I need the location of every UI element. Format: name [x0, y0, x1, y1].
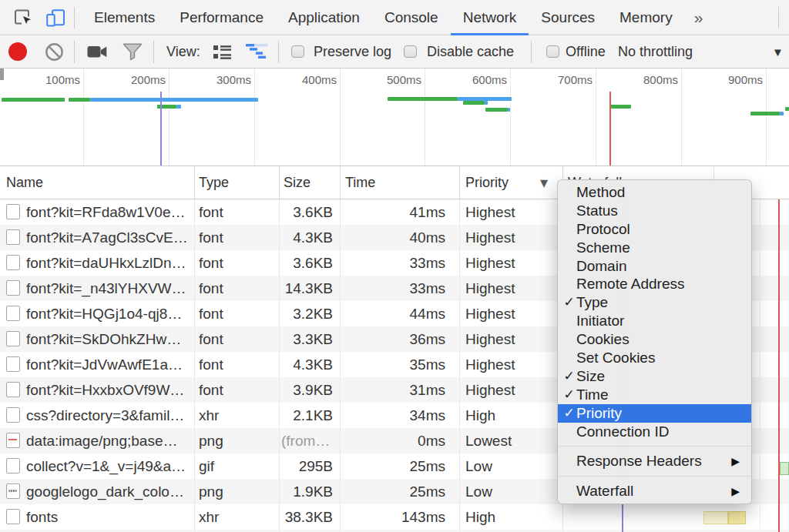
filter-icon[interactable]: [123, 43, 143, 61]
toolbar-divider: [153, 41, 154, 63]
inspect-element-icon[interactable]: [15, 9, 32, 27]
column-resizer[interactable]: [340, 166, 341, 199]
column-header-name[interactable]: Name: [6, 166, 43, 199]
screenshot-camera-icon[interactable]: [87, 44, 107, 60]
device-toolbar-icon[interactable]: [46, 9, 65, 27]
offline-label[interactable]: Offline: [566, 36, 606, 68]
request-size: 4.3KB: [279, 225, 333, 250]
overview-request-bar: [69, 98, 90, 102]
request-priority: Highest: [465, 225, 558, 250]
menu-item-size[interactable]: Size✓: [558, 367, 751, 386]
menu-item-waterfall[interactable]: Waterfall▶: [558, 482, 751, 500]
googlelogo-thumbnail-content: [8, 490, 17, 492]
more-tabs-button[interactable]: »: [685, 0, 713, 35]
submenu-arrow-icon: ▶: [731, 453, 740, 471]
request-name[interactable]: googlelogo_dark_colo…: [26, 479, 190, 504]
tab-application[interactable]: Application: [276, 0, 372, 35]
throttling-select[interactable]: No throttling: [618, 36, 693, 68]
request-name[interactable]: collect?v=1&_v=j49&a…: [26, 453, 190, 479]
overview-request-bar: [90, 98, 258, 102]
offline-checkbox[interactable]: [546, 45, 559, 58]
overview-request-bar: [785, 107, 789, 111]
request-priority: High: [465, 504, 558, 530]
tab-sources[interactable]: Sources: [529, 0, 607, 35]
menu-item-time[interactable]: Time✓: [558, 386, 751, 404]
thumbnail-content: [8, 439, 17, 440]
waterfall-bar: [703, 511, 728, 524]
request-size: 38.3KB: [279, 504, 333, 530]
request-name[interactable]: font?kit=HQGj1o4-qj8…: [26, 301, 190, 326]
tab-network[interactable]: Network: [451, 0, 529, 35]
request-size: 3.6KB: [279, 250, 333, 276]
request-name[interactable]: fonts: [26, 504, 190, 530]
file-icon: [6, 509, 20, 524]
request-name[interactable]: data:image/png;base…: [26, 428, 190, 453]
menu-item-status[interactable]: Status: [558, 202, 751, 220]
network-overview[interactable]: 100ms200ms300ms400ms500ms600ms700ms800ms…: [0, 69, 789, 166]
column-header-type[interactable]: Type: [199, 166, 229, 199]
request-name[interactable]: font?kit=_n43lYHXVW…: [26, 276, 190, 301]
column-resizer[interactable]: [459, 166, 460, 199]
menu-item-connection-id[interactable]: Connection ID: [558, 423, 751, 441]
tabbar-right-divider: [778, 7, 779, 28]
overview-gridline: [340, 69, 341, 166]
menu-item-type[interactable]: Type✓: [558, 293, 751, 312]
menu-item-initiator[interactable]: Initiator: [558, 312, 751, 330]
tab-console[interactable]: Console: [372, 0, 451, 35]
request-name[interactable]: font?kit=RFda8w1V0e…: [26, 199, 190, 225]
overview-tick-label: 400ms: [290, 73, 337, 86]
show-overview-waterfall-icon[interactable]: [246, 44, 268, 59]
menu-item-priority[interactable]: Priority✓: [558, 404, 751, 423]
request-type: png: [199, 428, 276, 453]
tab-elements[interactable]: Elements: [82, 0, 167, 35]
request-name[interactable]: font?kit=SkDOhkZHw…: [26, 326, 190, 352]
chevron-down-icon[interactable]: ▼: [772, 36, 784, 68]
disable-cache-checkbox[interactable]: [404, 45, 417, 58]
tab-memory[interactable]: Memory: [607, 0, 685, 35]
preserve-log-checkbox[interactable]: [291, 45, 304, 58]
request-type: xhr: [199, 504, 276, 530]
sort-descending-icon[interactable]: ▾: [540, 166, 548, 199]
menu-item-method[interactable]: Method: [558, 183, 751, 202]
tab-performance[interactable]: Performance: [167, 0, 276, 35]
request-size: 3.3KB: [279, 326, 333, 352]
overview-tick-label: 100ms: [34, 73, 80, 86]
menu-item-scheme[interactable]: Scheme: [558, 239, 751, 257]
request-time: 25ms: [340, 453, 452, 479]
column-gridline: [194, 199, 195, 532]
request-type: font: [199, 276, 276, 301]
file-icon: [6, 458, 20, 473]
menu-item-protocol[interactable]: Protocol: [558, 220, 751, 239]
file-icon: [6, 407, 20, 423]
request-name[interactable]: css?directory=3&famil…: [26, 403, 190, 428]
request-type: font: [199, 250, 276, 276]
request-name[interactable]: font?kit=A7agCl3sCvE…: [26, 225, 190, 250]
waterfall-load-line: [778, 199, 780, 532]
menu-item-set-cookies[interactable]: Set Cookies: [558, 349, 751, 367]
column-resizer[interactable]: [194, 166, 195, 199]
request-priority: Highest: [465, 199, 558, 225]
request-size: 3.2KB: [279, 301, 333, 326]
column-resizer[interactable]: [279, 166, 280, 199]
clear-icon[interactable]: [45, 42, 64, 62]
table-row[interactable]: fontsxhr38.3KB143msHigh: [0, 504, 789, 530]
menu-item-response-headers[interactable]: Response Headers▶: [558, 452, 751, 470]
menu-item-domain[interactable]: Domain: [558, 257, 751, 276]
record-button[interactable]: [8, 42, 27, 61]
column-header-time[interactable]: Time: [345, 166, 375, 199]
disable-cache-label[interactable]: Disable cache: [427, 36, 514, 68]
overview-tick-label: 600ms: [461, 73, 507, 86]
menu-item-cookies[interactable]: Cookies: [558, 330, 751, 349]
column-header-size[interactable]: Size: [284, 166, 311, 199]
request-name[interactable]: font?kit=HxxbxOVf9W…: [26, 377, 190, 403]
request-name[interactable]: font?kit=daUHkxLzlDn…: [26, 250, 190, 276]
menu-item-remote-address[interactable]: Remote Address: [558, 275, 751, 293]
request-time: 31ms: [340, 377, 452, 403]
request-time: 34ms: [340, 403, 452, 428]
request-priority: Highest: [465, 352, 558, 377]
large-request-rows-icon[interactable]: [213, 45, 231, 59]
preserve-log-label[interactable]: Preserve log: [314, 36, 391, 68]
request-size: 14.3KB: [279, 276, 333, 301]
column-header-priority[interactable]: Priority: [465, 166, 509, 199]
request-name[interactable]: font?kit=JdVwAwfE1a…: [26, 352, 190, 377]
